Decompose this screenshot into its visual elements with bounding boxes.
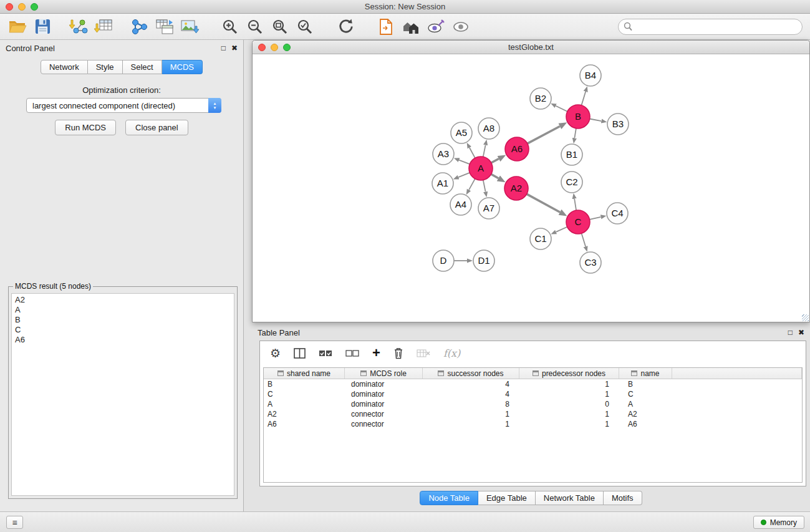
table-cell[interactable]: B xyxy=(264,379,345,389)
network-edge-A-A1[interactable] xyxy=(458,173,470,177)
mcds-result-list[interactable]: A2ABCA6 xyxy=(11,293,234,496)
search-input[interactable] xyxy=(618,19,803,35)
network-node-B1[interactable]: B1 xyxy=(561,144,582,165)
close-window-button[interactable] xyxy=(6,3,13,11)
table-cell[interactable]: 0 xyxy=(519,399,619,409)
network-node-B2[interactable]: B2 xyxy=(530,88,551,109)
delete-row-icon[interactable] xyxy=(393,347,403,359)
table-cell[interactable]: connector xyxy=(345,409,423,419)
network-node-A5[interactable]: A5 xyxy=(451,122,472,143)
network-node-A7[interactable]: A7 xyxy=(478,198,499,219)
table-cell[interactable]: 1 xyxy=(519,409,619,419)
column-header-name[interactable]: name xyxy=(619,368,672,379)
merge-tables-button[interactable] xyxy=(152,16,177,38)
network-node-D1[interactable]: D1 xyxy=(473,250,494,271)
import-table-button[interactable] xyxy=(91,16,116,38)
network-edge-A-A2[interactable] xyxy=(491,174,499,178)
save-session-button[interactable] xyxy=(30,16,55,38)
mcds-result-item[interactable]: A6 xyxy=(15,335,231,345)
optimization-dropdown[interactable]: largest connected component (directed) ▲… xyxy=(26,98,221,113)
column-header-predecessor-nodes[interactable]: predecessor nodes xyxy=(519,368,619,379)
network-view-window[interactable]: testGlobe.txt B4B2BB3A5A8A6B1A3AC2A1A2A4… xyxy=(252,40,810,322)
network-minimize-button[interactable] xyxy=(271,44,278,51)
network-edge-A-A5[interactable] xyxy=(470,148,475,158)
network-node-A2[interactable]: A2 xyxy=(504,177,528,200)
column-header-shared-name[interactable]: shared name xyxy=(264,368,345,379)
network-node-A[interactable]: A xyxy=(469,157,493,180)
add-row-icon[interactable]: + xyxy=(372,346,380,360)
zoom-selected-button[interactable] xyxy=(292,16,317,38)
network-node-B4[interactable]: B4 xyxy=(580,65,601,86)
table-row[interactable]: Adominator80A xyxy=(264,399,802,409)
column-header-MCDS-role[interactable]: MCDS role xyxy=(345,368,423,379)
table-tab-motifs[interactable]: Motifs xyxy=(604,491,642,505)
table-row[interactable]: Bdominator41B xyxy=(264,379,802,389)
network-edge-B-B3[interactable] xyxy=(590,119,602,122)
control-tab-select[interactable]: Select xyxy=(123,60,162,74)
control-tab-style[interactable]: Style xyxy=(88,60,123,74)
table-cell[interactable]: connector xyxy=(345,419,423,429)
clear-table-icon[interactable] xyxy=(417,349,430,358)
export-image-button[interactable] xyxy=(177,16,202,38)
table-cell[interactable]: 1 xyxy=(519,419,619,429)
network-edge-A-A7[interactable] xyxy=(483,180,486,192)
network-edge-B-B2[interactable] xyxy=(556,106,567,112)
table-tab-node-table[interactable]: Node Table xyxy=(420,491,478,505)
column-header-successor-nodes[interactable]: successor nodes xyxy=(423,368,519,379)
table-cell[interactable]: A6 xyxy=(619,419,672,429)
close-table-panel-icon[interactable]: ✖ xyxy=(798,328,804,337)
function-builder-icon[interactable]: f(x) xyxy=(443,347,460,359)
zoom-in-button[interactable] xyxy=(218,16,243,38)
table-cell[interactable]: 1 xyxy=(519,389,619,399)
zoom-out-button[interactable] xyxy=(243,16,268,38)
close-panel-icon[interactable]: ✖ xyxy=(231,44,238,52)
network-edge-A-A6[interactable] xyxy=(491,159,499,163)
float-table-panel-icon[interactable]: □ xyxy=(788,328,793,337)
network-edge-C-C4[interactable] xyxy=(590,217,601,220)
memory-button[interactable]: Memory xyxy=(753,516,804,529)
float-panel-icon[interactable]: □ xyxy=(221,44,226,52)
run-mcds-button[interactable]: Run MCDS xyxy=(55,120,116,135)
network-node-B3[interactable]: B3 xyxy=(607,114,629,135)
table-cell[interactable]: dominator xyxy=(345,399,423,409)
table-row[interactable]: A2connector11A2 xyxy=(264,409,802,419)
network-edge-C-C1[interactable] xyxy=(556,227,567,232)
new-network-button[interactable] xyxy=(127,16,152,38)
network-edge-B-B4[interactable] xyxy=(582,92,586,105)
table-cell[interactable]: 1 xyxy=(423,409,519,419)
network-node-A1[interactable]: A1 xyxy=(432,173,453,194)
table-row[interactable]: Cdominator41C xyxy=(264,389,802,399)
network-node-C[interactable]: C xyxy=(566,210,590,234)
close-panel-button[interactable]: Close panel xyxy=(125,120,188,135)
zoom-fit-button[interactable] xyxy=(268,16,292,38)
table-row[interactable]: A6connector11A6 xyxy=(264,419,802,429)
network-home-button[interactable] xyxy=(398,16,423,38)
style-editor-button[interactable] xyxy=(423,16,448,38)
mcds-result-item[interactable]: A xyxy=(15,305,231,315)
table-cell[interactable]: C xyxy=(264,389,345,399)
minimize-window-button[interactable] xyxy=(18,3,26,11)
table-cell[interactable]: A2 xyxy=(619,409,672,419)
table-cell[interactable]: B xyxy=(619,379,672,389)
table-cell[interactable]: 4 xyxy=(423,389,519,399)
network-close-button[interactable] xyxy=(258,44,266,51)
zoom-window-button[interactable] xyxy=(31,3,38,11)
network-node-D[interactable]: D xyxy=(433,250,454,271)
mcds-result-item[interactable]: A2 xyxy=(15,295,231,305)
network-node-A4[interactable]: A4 xyxy=(450,194,471,215)
table-cell[interactable]: C xyxy=(619,389,672,399)
resize-grip[interactable] xyxy=(802,314,809,321)
network-node-C2[interactable]: C2 xyxy=(561,172,582,193)
network-edge-B-B1[interactable] xyxy=(574,128,576,138)
mcds-result-item[interactable]: B xyxy=(15,315,231,325)
show-hide-button[interactable] xyxy=(448,16,473,38)
table-cell[interactable]: 1 xyxy=(519,379,619,389)
table-tab-edge-table[interactable]: Edge Table xyxy=(478,491,536,505)
network-edge-A6-B[interactable] xyxy=(528,126,560,143)
network-node-C3[interactable]: C3 xyxy=(580,252,601,273)
network-canvas[interactable]: B4B2BB3A5A8A6B1A3AC2A1A2A4A7C4CC1C3DD1 xyxy=(253,54,809,322)
table-cell[interactable]: A2 xyxy=(264,409,345,419)
export-document-button[interactable] xyxy=(374,16,398,38)
network-node-A6[interactable]: A6 xyxy=(505,137,529,161)
table-cell[interactable]: A xyxy=(619,399,672,409)
